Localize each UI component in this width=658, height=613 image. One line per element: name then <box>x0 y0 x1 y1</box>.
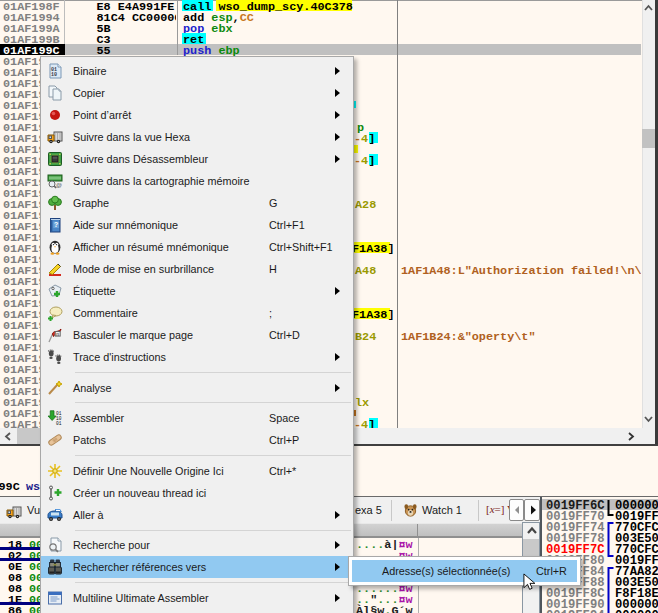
svg-text:?: ? <box>54 221 58 228</box>
svg-text:n: n <box>56 332 59 337</box>
svg-text:01: 01 <box>56 421 62 426</box>
svg-text:@: @ <box>56 182 62 188</box>
svg-text:10: 10 <box>51 72 57 78</box>
